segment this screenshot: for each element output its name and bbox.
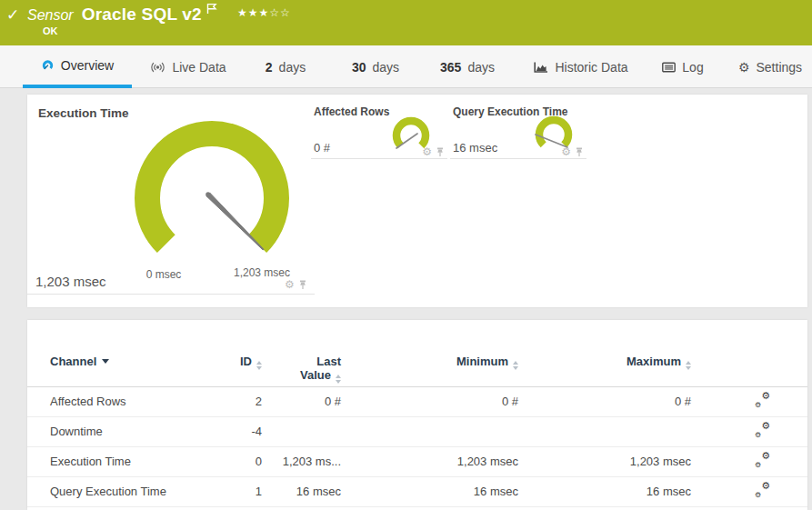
tab-number: 2 [266,60,273,75]
channel-table: Channel ID Last Value Minimum Maximum [27,338,807,507]
channel-name[interactable]: Affected Rows [27,386,232,416]
status-ok-check-icon: ✓ [6,5,19,24]
tab-label: Historic Data [555,60,627,75]
tab-2-days[interactable]: 2 days [257,45,314,88]
tab-365-days[interactable]: 365 days [432,45,503,88]
channel-last-value [262,416,341,446]
gauge-scale-min: 0 msec [136,268,191,281]
live-broadcast-icon [150,61,165,74]
tab-log[interactable]: Log [658,45,707,88]
tab-label: days [373,60,400,75]
tab-label: days [467,60,495,75]
channel-settings-gears-icon[interactable]: ⚙⚙ [755,453,770,467]
pin-icon[interactable] [436,147,445,157]
tab-overview[interactable]: Overview [23,45,132,88]
channel-minimum: 16 msec [341,476,518,506]
sort-icon [256,361,262,370]
channel-maximum: 0 # [518,386,691,416]
channel-last-value: 1,203 ms... [262,446,341,476]
gauge-block-query-execution-time: Query Execution Time 16 msec ⚙ [450,95,586,159]
table-row: Query Execution Time 1 16 msec 16 msec 1… [27,476,807,506]
object-kind-label: Sensor [27,7,74,24]
sort-icon [513,361,518,370]
tab-label: Log [682,60,703,75]
table-row: Affected Rows 2 0 # 0 # 0 # ⚙⚙ [27,386,807,416]
sort-desc-icon [102,359,109,364]
priority-flag-icon [206,3,217,15]
gauge-title: Affected Rows [314,105,389,118]
sensor-header-bar: ✓ Sensor Oracle SQL v2 ★★★☆☆ OK [0,0,812,45]
table-row: Downtime -4 ⚙⚙ [27,416,807,446]
channel-settings-gears-icon[interactable]: ⚙⚙ [755,483,770,497]
column-header-last-value[interactable]: Last Value [262,338,341,386]
channel-last-value: 0 # [262,386,341,416]
channel-id: 2 [232,386,262,416]
tab-label: Overview [61,58,114,73]
gauge-block-execution-time: Execution Time 0 msec 1,203 msec 1,203 m… [27,95,315,295]
tab-settings[interactable]: ⚙ Settings [731,45,809,88]
tab-strip: Overview Live Data 2 days 30 days 365 da… [0,45,812,88]
gauge-value: 1,203 msec [35,274,106,289]
column-header-minimum[interactable]: Minimum [341,338,518,386]
channel-name[interactable]: Downtime [27,416,232,446]
priority-stars[interactable]: ★★★☆☆ [237,6,291,19]
pin-icon[interactable] [575,147,584,157]
pin-icon[interactable] [298,280,307,290]
tab-30-days[interactable]: 30 days [344,45,407,88]
channel-minimum: 0 # [341,386,518,416]
channel-gear-icon[interactable]: ⚙ [561,146,571,157]
tab-label: days [279,60,306,75]
channel-id: 1 [232,476,262,506]
sensor-title: Oracle SQL v2 [82,5,202,25]
sort-icon [686,361,691,370]
column-header-channel[interactable]: Channel [27,338,232,386]
gauges-panel: Execution Time 0 msec 1,203 msec 1,203 m… [27,95,807,307]
column-header-maximum[interactable]: Maximum [518,338,691,386]
channel-gear-icon[interactable]: ⚙ [285,279,295,290]
gauge-title: Execution Time [38,106,129,120]
channel-id: -4 [232,416,262,446]
sensor-status-badge: OK [43,25,58,36]
channel-name[interactable]: Query Execution Time [27,476,232,506]
table-row: Execution Time 0 1,203 ms... 1,203 msec … [27,446,807,476]
gauge-value: 0 # [314,141,330,155]
execution-time-gauge [125,112,298,285]
channel-minimum [341,416,518,446]
channels-panel: Channel ID Last Value Minimum Maximum [27,320,807,510]
channel-gear-icon[interactable]: ⚙ [422,146,432,157]
tab-live-data[interactable]: Live Data [144,45,233,88]
tab-number: 30 [352,60,366,75]
tab-number: 365 [440,60,461,75]
gauge-value: 16 msec [453,141,497,155]
log-list-icon [662,62,676,73]
channel-maximum [518,416,691,446]
sort-icon [336,375,341,384]
tab-historic-data[interactable]: Historic Data [528,45,634,88]
channel-name[interactable]: Execution Time [27,446,232,476]
area-chart-icon [534,61,548,74]
channel-settings-gears-icon[interactable]: ⚙⚙ [755,393,770,407]
tab-label: Settings [756,60,802,75]
channel-maximum: 1,203 msec [518,446,691,476]
channel-minimum: 1,203 msec [341,446,518,476]
channel-id: 0 [232,446,262,476]
gear-icon: ⚙ [738,61,750,74]
channel-maximum: 16 msec [518,476,691,506]
column-header-id[interactable]: ID [232,338,262,386]
table-header-row: Channel ID Last Value Minimum Maximum [27,338,807,386]
gauge-scale-max: 1,203 msec [226,266,298,279]
gauge-tab-icon [41,59,55,71]
channel-last-value: 16 msec [262,476,341,506]
gauge-block-affected-rows: Affected Rows 0 # ⚙ [311,95,447,159]
channel-settings-gears-icon[interactable]: ⚙⚙ [755,423,770,437]
tab-label: Live Data [172,60,226,75]
